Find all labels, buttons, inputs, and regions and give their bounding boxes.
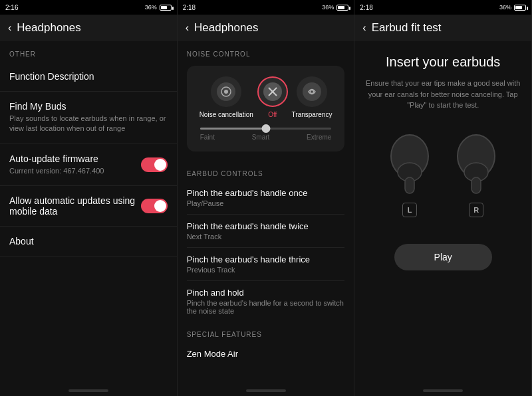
noise-option-nc[interactable]: Noise cancellation xyxy=(200,76,253,118)
battery-icon-3 xyxy=(514,5,526,11)
slider-track xyxy=(200,128,332,130)
battery-text-1: 36% xyxy=(145,4,157,11)
off-icon xyxy=(263,82,282,101)
function-desc-title: Function Description xyxy=(9,71,168,82)
transparency-icon xyxy=(303,82,321,101)
transparency-circle xyxy=(297,76,327,107)
slider-fill xyxy=(200,128,266,130)
battery-icon-2 xyxy=(336,5,348,11)
panel-1: 2:16 36% ‹ Headphones OTHER Function Des… xyxy=(0,0,178,396)
left-earbud-svg xyxy=(386,131,433,197)
status-right-2: 36% xyxy=(322,4,348,11)
status-bar-3: 2:18 36% xyxy=(354,0,531,15)
insert-desc: Ensure that your ear tips make a good se… xyxy=(365,78,521,111)
about-title: About xyxy=(9,236,168,247)
control-0-title: Pinch the earbud's handle once xyxy=(187,188,345,198)
slider-thumb xyxy=(261,124,270,133)
time-2: 2:18 xyxy=(183,4,196,11)
earbud-controls-section: EARBUD CONTROLS Pinch the earbud's handl… xyxy=(178,161,354,331)
panel-title-2: Headphones xyxy=(194,21,258,35)
control-item-0[interactable]: Pinch the earbud's handle once Play/Paus… xyxy=(187,181,345,215)
status-bar-2: 2:18 36% xyxy=(178,0,354,15)
left-earbud-unit: L xyxy=(386,131,433,217)
auto-update-text: Auto-update firmware Current version: 46… xyxy=(9,153,104,176)
play-button[interactable]: Play xyxy=(394,244,492,270)
battery-icon-1 xyxy=(160,5,172,11)
panel-1-content: OTHER Function Description Find My Buds … xyxy=(0,41,177,385)
slider-label-smart: Smart xyxy=(252,134,270,141)
svg-point-4 xyxy=(311,90,314,94)
noise-box: Noise cancellation Off xyxy=(187,66,345,151)
bottom-bar-2 xyxy=(246,389,286,392)
battery-text-3: 36% xyxy=(499,4,511,11)
noise-section-label: NOISE CONTROL xyxy=(187,50,345,62)
time-3: 2:18 xyxy=(360,4,372,11)
back-button-2[interactable]: ‹ xyxy=(186,22,189,34)
header-3: ‹ Earbud fit test xyxy=(354,15,531,41)
control-item-2[interactable]: Pinch the earbud's handle thrice Previou… xyxy=(187,248,345,281)
svg-point-1 xyxy=(224,90,228,94)
right-badge: R xyxy=(469,203,483,217)
noise-control-section: NOISE CONTROL Noise ca xyxy=(178,41,354,161)
header-2: ‹ Headphones xyxy=(178,15,354,41)
battery-text-2: 36% xyxy=(322,4,334,11)
panel-2-content: NOISE CONTROL Noise ca xyxy=(178,41,354,385)
allow-mobile-title: Allow automatic updates using mobile dat… xyxy=(9,195,141,217)
noise-option-transparency[interactable]: Transparency xyxy=(292,76,332,118)
right-earbud-svg xyxy=(453,131,499,197)
find-buds-subtitle: Play sounds to locate earbuds when in ra… xyxy=(9,114,168,134)
control-3-title: Pinch and hold xyxy=(187,288,345,298)
control-item-3[interactable]: Pinch and hold Pinch the earbud's handle… xyxy=(187,281,345,322)
bottom-bar-3 xyxy=(423,389,463,392)
allow-mobile-row: Allow automatic updates using mobile dat… xyxy=(9,195,168,217)
menu-item-allow-mobile: Allow automatic updates using mobile dat… xyxy=(0,186,177,227)
auto-update-row: Auto-update firmware Current version: 46… xyxy=(9,153,168,176)
transparency-label: Transparency xyxy=(292,111,332,118)
control-2-title: Pinch the earbud's handle thrice xyxy=(187,254,345,264)
earbuds-visual: L R xyxy=(386,131,499,217)
menu-item-function-desc[interactable]: Function Description xyxy=(0,62,177,92)
control-3-subtitle: Pinch the earbud's handle for a second t… xyxy=(187,299,345,315)
menu-item-about[interactable]: About xyxy=(0,227,177,256)
control-item-1[interactable]: Pinch the earbud's handle twice Next Tra… xyxy=(187,215,345,248)
status-left-3: 2:18 xyxy=(360,4,372,11)
svg-rect-7 xyxy=(405,177,414,193)
nc-circle xyxy=(211,76,241,107)
noise-slider[interactable]: Faint Smart Extreme xyxy=(198,128,334,141)
control-1-subtitle: Next Track xyxy=(187,233,345,241)
special-features-section: SPECIAL FEATURES Zen Mode Air xyxy=(178,331,354,375)
header-1: ‹ Headphones xyxy=(0,15,177,41)
control-1-title: Pinch the earbud's handle twice xyxy=(187,221,345,231)
special-item-zen[interactable]: Zen Mode Air xyxy=(187,342,345,365)
bottom-bar-1 xyxy=(68,389,108,392)
back-button-1[interactable]: ‹ xyxy=(8,22,11,34)
left-badge: L xyxy=(402,203,417,217)
status-left-1: 2:16 xyxy=(5,4,18,11)
nc-label: Noise cancellation xyxy=(200,111,253,118)
control-0-subtitle: Play/Pause xyxy=(187,199,345,207)
find-buds-title: Find My Buds xyxy=(9,101,168,112)
panel-title-1: Headphones xyxy=(17,21,80,35)
allow-mobile-toggle[interactable] xyxy=(141,199,168,213)
right-earbud-unit: R xyxy=(453,131,499,217)
svg-rect-10 xyxy=(471,177,481,193)
panel-3: 2:18 36% ‹ Earbud fit test Insert your e… xyxy=(354,0,532,396)
auto-update-title: Auto-update firmware xyxy=(9,153,104,164)
earbud-fit-content: Insert your earbuds Ensure that your ear… xyxy=(354,41,531,284)
status-bar-1: 2:16 36% xyxy=(0,0,177,15)
control-2-subtitle: Previous Track xyxy=(187,266,345,274)
slider-label-extreme: Extreme xyxy=(307,134,331,141)
auto-update-subtitle: Current version: 467.467.400 xyxy=(9,166,104,176)
auto-update-toggle[interactable] xyxy=(141,157,168,172)
zen-mode-title: Zen Mode Air xyxy=(187,349,345,359)
nc-icon xyxy=(217,82,235,101)
menu-item-find-buds[interactable]: Find My Buds Play sounds to locate earbu… xyxy=(0,92,177,144)
back-button-3[interactable]: ‹ xyxy=(362,22,366,34)
off-circle xyxy=(257,76,288,107)
panel-3-content: Insert your earbuds Ensure that your ear… xyxy=(354,41,531,385)
insert-title: Insert your earbuds xyxy=(386,54,500,70)
noise-option-off[interactable]: Off xyxy=(257,76,288,118)
section-label-other: OTHER xyxy=(0,41,177,62)
status-right-1: 36% xyxy=(145,4,172,11)
panel-2: 2:18 36% ‹ Headphones NOISE CONTROL xyxy=(178,0,355,396)
